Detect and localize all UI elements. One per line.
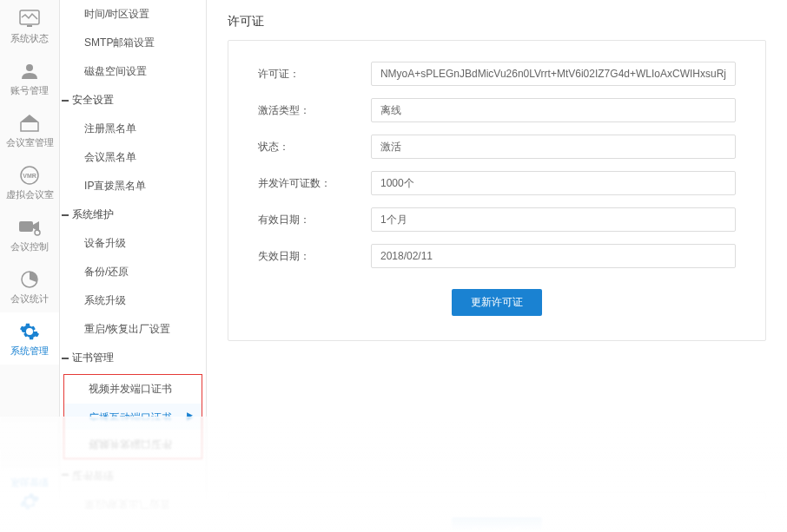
submenu-item[interactable]: 时间/时区设置 [60, 0, 206, 29]
field-value: 离线 [371, 98, 736, 122]
submenu-item[interactable]: SMTP邮箱设置 [60, 29, 206, 57]
cert-highlight-box: 视频并发端口证书广播互动端口证书受信任CA证书 [63, 417, 202, 459]
submenu-item[interactable]: 系统维护 [60, 200, 206, 229]
form-row: 状态：激活 [258, 135, 736, 159]
field-label: 并发许可证数： [258, 176, 371, 191]
pie-icon [17, 269, 42, 290]
gear-icon [17, 321, 42, 342]
svg-point-2 [26, 64, 33, 71]
field-label: 许可证： [258, 67, 371, 82]
submenu-item[interactable]: 注册黑名单 [60, 115, 206, 143]
submenu-item[interactable]: 证书管理 [60, 344, 206, 372]
nav-label: 会议统计 [10, 292, 49, 305]
field-label: 失效日期： [258, 249, 371, 264]
form-row: 失效日期：2018/02/11 [258, 244, 736, 268]
nav-pie[interactable]: 会议统计 [0, 260, 59, 312]
submenu-item[interactable]: 广播互动端口证书 [64, 417, 202, 430]
submenu-item[interactable]: 视频并发端口证书 [64, 375, 202, 404]
vmr-icon: VMR [17, 165, 42, 186]
form-row: 许可证：NMyoA+sPLEGnJBdMicVu26n0LVrrt+MtV6i0… [258, 62, 736, 86]
field-label: 有效日期： [258, 213, 371, 227]
field-value: 1个月 [371, 207, 736, 232]
svg-text:VMR: VMR [23, 173, 36, 179]
nav-label: 会议控制 [10, 240, 49, 253]
submenu-item[interactable]: IP直拨黑名单 [60, 172, 206, 200]
field-label: 激活类型： [258, 103, 371, 118]
submenu-item[interactable]: 备份/还原 [60, 258, 206, 286]
nav-label: 系统管理 [10, 345, 49, 358]
svg-rect-5 [19, 221, 33, 232]
svg-point-6 [35, 230, 40, 235]
nav-user[interactable]: 账号管理 [0, 52, 59, 104]
submenu-item[interactable]: 设备升级 [60, 229, 206, 258]
update-license-button[interactable]: 更新许可证 [452, 517, 542, 532]
update-license-button[interactable]: 更新许可证 [452, 289, 542, 316]
license-panel: 许可证：NMyoA+sPLEGnJBdMicVu26n0LVrrt+MtV6i0… [228, 40, 766, 341]
field-label: 状态： [258, 140, 371, 154]
nav-vmr[interactable]: VMR虚拟会议室 [0, 156, 59, 208]
nav-label: 系统管理 [10, 476, 49, 489]
nav-label: 会议室管理 [6, 136, 54, 149]
nav-pie[interactable]: 会议统计 [0, 521, 59, 532]
nav-home[interactable]: 会议室管理 [0, 104, 59, 156]
submenu-item[interactable]: 重启/恢复出厂设置 [60, 315, 206, 344]
user-icon [17, 61, 42, 82]
field-value: 2018/02/11 [371, 244, 736, 268]
field-value: 激活 [371, 135, 736, 159]
nav-monitor[interactable]: 系统状态 [0, 0, 59, 52]
home-icon [17, 113, 42, 134]
submenu-item[interactable]: 安全设置 [60, 86, 206, 115]
nav-gear[interactable]: 系统管理 [0, 469, 59, 521]
submenu-item[interactable]: 证书管理 [60, 461, 206, 489]
camera-icon [17, 217, 42, 238]
nav-gear[interactable]: 系统管理 [0, 312, 59, 365]
svg-rect-1 [27, 25, 32, 27]
nav-camera[interactable]: 会议控制 [0, 208, 59, 260]
monitor-icon [17, 9, 42, 30]
page-title: 许可证 [228, 9, 766, 40]
cert-highlight-box: 视频并发端口证书广播互动端口证书受信任CA证书 [63, 374, 202, 417]
nav-label: 会议统计 [10, 528, 49, 532]
submenu-item[interactable]: 视频并发端口证书 [64, 430, 202, 458]
submenu-item[interactable]: 系统升级 [60, 286, 206, 315]
nav-label: 系统状态 [10, 32, 49, 45]
license-panel: 许可证：NMyoA+sPLEGnJBdMicVu26n0LVrrt+MtV6i0… [228, 492, 766, 532]
nav-label: 账号管理 [10, 84, 49, 97]
submenu-item[interactable]: 磁盘空间设置 [60, 57, 206, 86]
submenu-item[interactable]: 会议黑名单 [60, 143, 206, 172]
field-value: NMyoA+sPLEGnJBdMicVu26n0LVrrt+MtV6i02IZ7… [371, 62, 736, 86]
gear-icon [17, 491, 42, 512]
nav-label: 虚拟会议室 [6, 188, 54, 201]
field-value: 1000个 [371, 171, 736, 195]
form-row: 并发许可证数：1000个 [258, 171, 736, 195]
submenu-item[interactable]: 系统升级 [60, 518, 206, 532]
submenu-item[interactable]: 重启/恢复出厂设置 [60, 489, 206, 518]
form-row: 激活类型：离线 [258, 98, 736, 122]
submenu-item[interactable]: 广播互动端口证书 [64, 404, 202, 417]
form-row: 有效日期：1个月 [258, 207, 736, 232]
